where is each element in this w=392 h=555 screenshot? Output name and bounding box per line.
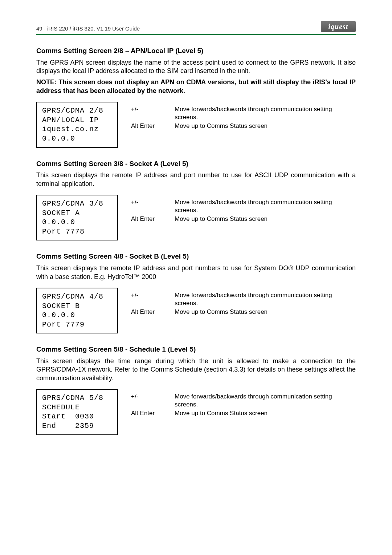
key-name: +/-: [131, 291, 175, 308]
key-name: Alt Enter: [131, 409, 175, 418]
key-desc-text: Move forwards/backwards through communic…: [175, 291, 356, 308]
lcd-screen: GPRS/CDMA 5/8 SCHEDULE Start 0030 End 23…: [36, 389, 118, 435]
section-body: The GPRS APN screen displays the name of…: [36, 58, 356, 76]
section-body: This screen displays the time range duri…: [36, 357, 356, 382]
page-header: 49 - iRIS 220 / iRIS 320, V1.19 User Gui…: [36, 21, 356, 33]
key-name: +/-: [131, 393, 175, 409]
key-row: Alt Enter Move up to Comms Status screen: [131, 122, 356, 131]
key-desc-text: Move up to Comms Status screen: [175, 308, 356, 317]
key-desc-text: Move forwards/backwards through communic…: [175, 393, 356, 409]
key-desc-text: Move up to Comms Status screen: [175, 409, 356, 418]
section-body: This screen displays the remote IP addre…: [36, 171, 356, 188]
key-descriptions: +/- Move forwards/backwards through comm…: [131, 291, 356, 317]
key-name: +/-: [131, 105, 175, 122]
key-desc-text: Move forwards/backwards through communic…: [175, 105, 356, 122]
brand-logo: iquest: [321, 21, 356, 32]
section-row: GPRS/CDMA 5/8 SCHEDULE Start 0030 End 23…: [36, 389, 356, 435]
key-descriptions: +/- Move forwards/backwards through comm…: [131, 105, 356, 131]
lcd-screen: GPRS/CDMA 2/8 APN/LOCAL IP iquest.co.nz …: [36, 102, 118, 147]
key-name: +/-: [131, 198, 175, 215]
header-rule: [36, 34, 356, 35]
key-row: Alt Enter Move up to Comms Status screen: [131, 308, 356, 317]
key-row: Alt Enter Move up to Comms Status screen: [131, 409, 356, 418]
section-title: Comms Setting Screen 3/8 - Socket A (Lev…: [36, 159, 356, 169]
section-title: Comms Setting Screen 2/8 – APN/Local IP …: [36, 46, 356, 56]
key-row: +/- Move forwards/backwards through comm…: [131, 105, 356, 122]
key-name: Alt Enter: [131, 308, 175, 317]
section-row: GPRS/CDMA 2/8 APN/LOCAL IP iquest.co.nz …: [36, 102, 356, 147]
lcd-screen: GPRS/CDMA 3/8 SOCKET A 0.0.0.0 Port 7778: [36, 195, 118, 240]
key-descriptions: +/- Move forwards/backwards through comm…: [131, 393, 356, 418]
section-title: Comms Setting Screen 5/8 - Schedule 1 (L…: [36, 345, 356, 354]
section-row: GPRS/CDMA 4/8 SOCKET B 0.0.0.0 Port 7779…: [36, 288, 356, 333]
section-row: GPRS/CDMA 3/8 SOCKET A 0.0.0.0 Port 7778…: [36, 195, 356, 240]
key-name: Alt Enter: [131, 215, 175, 224]
key-name: Alt Enter: [131, 122, 175, 131]
key-row: +/- Move forwards/backwards through comm…: [131, 393, 356, 409]
key-desc-text: Move up to Comms Status screen: [175, 122, 356, 131]
header-left: 49 - iRIS 220 / iRIS 320, V1.19 User Gui…: [36, 25, 140, 32]
key-row: Alt Enter Move up to Comms Status screen: [131, 215, 356, 224]
key-descriptions: +/- Move forwards/backwards through comm…: [131, 198, 356, 224]
section-note: NOTE: This screen does not display an AP…: [36, 78, 356, 95]
key-row: +/- Move forwards/backwards through comm…: [131, 198, 356, 215]
section-body: This screen displays the remote IP addre…: [36, 264, 356, 281]
section-title: Comms Setting Screen 4/8 - Socket B (Lev…: [36, 252, 356, 261]
lcd-screen: GPRS/CDMA 4/8 SOCKET B 0.0.0.0 Port 7779: [36, 288, 118, 333]
key-row: +/- Move forwards/backwards through comm…: [131, 291, 356, 308]
key-desc-text: Move forwards/backwards through communic…: [175, 198, 356, 215]
key-desc-text: Move up to Comms Status screen: [175, 215, 356, 224]
